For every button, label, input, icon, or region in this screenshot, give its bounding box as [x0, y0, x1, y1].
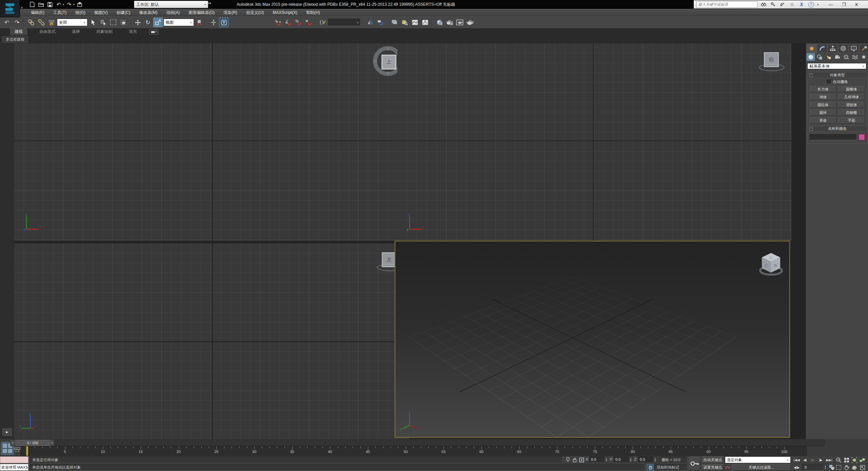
tab-display[interactable] — [849, 44, 859, 53]
viewport-front[interactable]: 前 z x y — [397, 43, 791, 241]
compass-west-label[interactable]: 西 — [374, 59, 377, 64]
snaps-toggle-button[interactable]: 3 — [273, 18, 283, 27]
set-key-button[interactable]: 设置关键点 — [702, 464, 724, 471]
mirror-button[interactable] — [366, 18, 375, 27]
default-tangent-button[interactable] — [725, 464, 730, 470]
selection-lock-toggle-button[interactable] — [572, 457, 578, 463]
auto-key-button[interactable]: 自动关键点 — [702, 456, 724, 463]
maximize-viewport-toggle-button[interactable] — [859, 464, 866, 471]
object-color-swatch[interactable] — [859, 134, 865, 140]
orbit-view-button[interactable] — [851, 464, 857, 471]
tab-modify[interactable] — [817, 44, 827, 53]
redo-button[interactable]: ↷ — [65, 1, 73, 8]
time-configuration-button[interactable] — [829, 464, 835, 471]
schematic-view-button[interactable] — [420, 18, 430, 27]
pan-view-button[interactable] — [843, 464, 850, 471]
zoom-extents-all-button[interactable] — [859, 457, 866, 463]
category-shapes[interactable] — [815, 53, 824, 61]
polygon-modeling-panel-label[interactable]: 多边形建模 — [2, 36, 28, 43]
communication-center-button[interactable] — [779, 1, 786, 8]
tab-hierarchy[interactable] — [828, 44, 838, 53]
time-slider[interactable]: < 0 / 100 > — [10, 439, 825, 446]
project-folder-button[interactable] — [76, 1, 83, 8]
viewport-top[interactable]: 北 南 西 东 上 y x z — [14, 43, 409, 241]
viewcube-front-face[interactable]: 前 — [764, 52, 779, 67]
align-button[interactable] — [376, 18, 385, 27]
menu-graph-editors[interactable]: 图形编辑器(D) — [184, 9, 219, 16]
name-color-rollout-header[interactable]: − 名称和颜色 — [807, 126, 867, 132]
menu-customize[interactable]: 自定义(U) — [242, 9, 269, 16]
isolate-selection-button[interactable] — [565, 457, 571, 463]
undo-button[interactable]: ↶ — [55, 1, 62, 8]
pyramid-button[interactable]: 四棱锥 — [838, 110, 865, 116]
key-filters-button[interactable]: 关键点过滤器... — [732, 464, 791, 471]
render-setup-button[interactable] — [445, 18, 454, 27]
absolute-offset-toggle-button[interactable] — [578, 457, 585, 463]
cone-button[interactable]: 圆锥体 — [838, 86, 865, 92]
zoom-extents-button[interactable] — [851, 457, 857, 463]
workspace-selector[interactable]: 工作区: 默认 ▾ — [134, 1, 208, 8]
spinner-snap-toggle-button[interactable] — [304, 18, 313, 27]
menu-edit[interactable]: 编辑(E) — [26, 9, 49, 16]
current-frame-field[interactable]: 0 — [802, 464, 824, 471]
undo-dropdown-arrow[interactable]: ▾ — [63, 3, 64, 6]
infocenter-search-input[interactable] — [696, 1, 757, 8]
percent-snap-toggle-button[interactable]: % — [294, 18, 303, 27]
menu-create[interactable]: 创建(C) — [112, 9, 135, 16]
select-and-manipulate-button[interactable] — [209, 18, 218, 27]
qat-customize-button[interactable]: ≡▾ — [208, 1, 211, 5]
ribbon-expand-button[interactable]: ▶ — [2, 428, 12, 436]
redo-scene-button[interactable]: ↷ — [12, 18, 22, 27]
rendered-frame-window-button[interactable] — [455, 18, 465, 27]
sphere-button[interactable]: 球体 — [810, 94, 836, 100]
cylinder-button[interactable]: 圆柱体 — [810, 102, 836, 108]
mini-curve-editor-button[interactable] — [14, 447, 20, 453]
use-pivot-center-button[interactable] — [195, 18, 204, 27]
bind-to-space-warp-button[interactable] — [47, 18, 56, 27]
key-mode-toggle-button[interactable]: ◀|▶ — [793, 464, 800, 471]
previous-frame-arrow-button[interactable]: < — [11, 440, 15, 446]
help-dropdown-arrow[interactable]: ▾ — [817, 3, 818, 6]
maxscript-mini-listener-pink[interactable] — [0, 456, 28, 463]
new-scene-button[interactable] — [28, 1, 36, 8]
time-tag-icon-button[interactable] — [647, 464, 654, 471]
menu-views[interactable]: 视图(V) — [90, 9, 112, 16]
primitive-category-dropdown[interactable]: 标准基本体 ∨ — [807, 63, 866, 69]
next-frame-arrow-button[interactable]: > — [50, 440, 55, 446]
select-object-button[interactable] — [88, 18, 98, 27]
angle-snap-toggle-button[interactable] — [283, 18, 293, 27]
object-name-input[interactable] — [810, 134, 857, 140]
select-by-name-button[interactable] — [98, 18, 108, 27]
curve-editor-button[interactable] — [410, 18, 420, 27]
menu-modifiers[interactable]: 修改器(M) — [135, 9, 162, 16]
ribbon-tab-populate[interactable]: 填充 — [125, 28, 141, 35]
set-keys-button[interactable] — [689, 457, 701, 470]
torus-button[interactable]: 圆环 — [810, 110, 836, 116]
category-cameras[interactable] — [833, 53, 841, 61]
menu-help[interactable]: 帮助(H) — [302, 9, 324, 16]
window-crossing-toggle-button[interactable] — [119, 18, 128, 27]
previous-frame-button[interactable]: ◀| — [802, 457, 808, 463]
ribbon-tab-object-paint[interactable]: 对象绘制 — [92, 28, 117, 35]
y-spinner[interactable]: ▲▼ — [629, 456, 632, 463]
compass-south-label[interactable]: 南 — [386, 71, 390, 75]
object-type-rollout-header[interactable]: − 对象类型 — [807, 72, 867, 78]
menu-rendering[interactable]: 渲染(R) — [219, 9, 242, 16]
rectangular-selection-region-button[interactable] — [108, 18, 118, 27]
ribbon-collapse-button[interactable]: ▾ — [149, 29, 159, 35]
menu-tools[interactable]: 工具(T) — [49, 9, 71, 16]
open-file-button[interactable] — [37, 1, 45, 8]
y-coordinate-field[interactable]: 0.0 — [614, 456, 629, 463]
viewport-perspective-active[interactable]: z y x 上 左 前 — [395, 241, 790, 438]
edit-named-selection-sets-button[interactable]: { } — [318, 18, 328, 27]
application-menu-button[interactable] — [0, 0, 20, 17]
select-and-link-button[interactable] — [26, 18, 36, 27]
x-coordinate-field[interactable]: 0.0 — [589, 456, 605, 463]
search-button[interactable] — [760, 1, 767, 8]
named-selection-sets-dropdown[interactable]: ∨ — [328, 19, 361, 26]
current-frame-marker[interactable] — [26, 446, 28, 456]
x-spinner[interactable]: ▲▼ — [605, 456, 608, 463]
go-to-start-button[interactable]: |◀◀ — [793, 457, 800, 463]
z-coordinate-field[interactable]: 0.0 — [638, 456, 654, 463]
next-frame-button[interactable]: |▶ — [817, 457, 824, 463]
